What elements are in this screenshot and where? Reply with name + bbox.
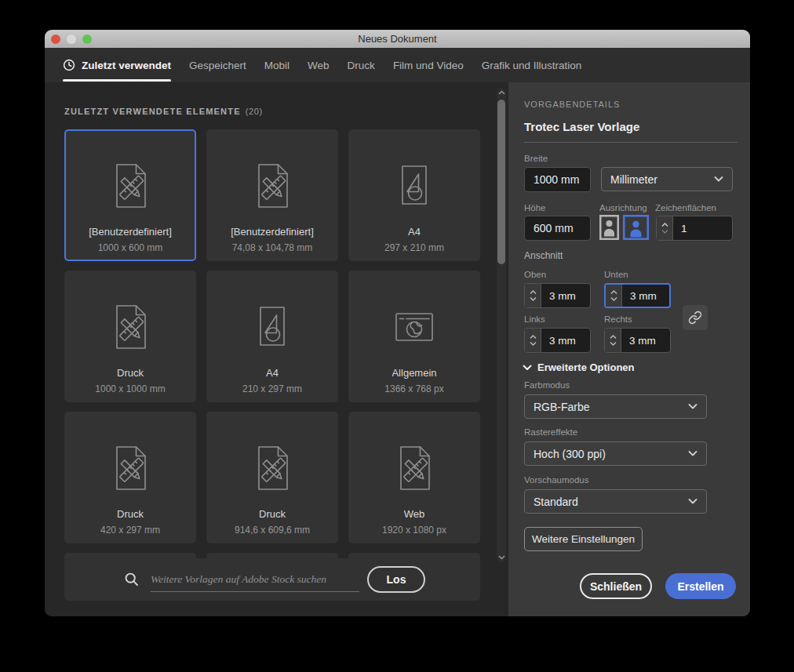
template-card[interactable]: A4 210 x 297 mm (206, 271, 338, 402)
template-card[interactable]: [Benutzerdefiniert] 74,08 x 104,78 mm (206, 129, 338, 261)
artboards-stepper: 1 (656, 216, 733, 241)
close-button[interactable]: Schließen (580, 573, 652, 599)
template-name: Web (404, 508, 425, 520)
template-card[interactable]: Allgemein 1366 x 768 px (348, 271, 480, 402)
tab-label: Web (308, 60, 330, 71)
template-card[interactable]: Druck 420 x 297 mm (64, 412, 196, 543)
template-dimensions: 1000 x 600 mm (98, 242, 163, 253)
scrollbar-thumb[interactable] (497, 100, 505, 264)
chevron-down-icon (688, 451, 697, 456)
bleed-top-stepper: 3 mm (524, 283, 591, 308)
raster-effects-label: Rastereffekte (524, 427, 577, 437)
artboards-stepper-arrows[interactable] (657, 216, 673, 240)
scroll-down-icon[interactable] (497, 555, 505, 560)
template-thumbnail-icon (244, 297, 300, 357)
artboards-label: Zeichenflächen (655, 203, 716, 212)
recent-items-pane: ZULETZT VERWENDETE ELEMENTE(20) (45, 82, 508, 616)
scroll-up-icon[interactable] (497, 90, 505, 95)
template-dimensions: 297 x 210 mm (384, 242, 444, 253)
more-settings-button[interactable]: Weitere Einstellungen (524, 527, 643, 551)
template-name: A4 (408, 226, 421, 238)
bleed-bottom-value[interactable]: 3 mm (622, 285, 669, 307)
advanced-options-toggle[interactable]: Erweiterte Optionen (523, 361, 635, 373)
preset-name-field[interactable]: Trotec Laser Vorlage (524, 120, 639, 133)
bleed-top-stepper-arrows[interactable] (525, 284, 541, 307)
new-document-dialog: Neues Dokument Zuletzt verwendet Gespeic… (45, 30, 750, 616)
vertical-scrollbar[interactable] (497, 88, 506, 562)
color-mode-dropdown[interactable]: RGB-Farbe (524, 394, 707, 419)
tab-label: Gespeichert (189, 60, 246, 71)
color-mode-label: Farbmodus (524, 380, 570, 390)
step-down-icon (610, 342, 617, 346)
tab-label: Zuletzt verwendet (82, 60, 171, 71)
orientation-landscape-icon[interactable] (623, 215, 649, 240)
bleed-bottom-stepper: 3 mm (604, 283, 671, 308)
template-thumbnail-icon (386, 438, 443, 498)
tab[interactable]: Grafik und Illustration (482, 48, 582, 82)
bleed-bottom-label: Unten (604, 270, 628, 279)
orientation-label: Ausrichtung (599, 203, 647, 212)
template-thumbnail-icon (102, 438, 158, 498)
template-dimensions: 210 x 297 mm (242, 383, 302, 394)
preset-details-heading: VORGABENDETAILS (524, 100, 620, 109)
template-name: Druck (259, 508, 286, 520)
bleed-right-value[interactable]: 3 mm (621, 329, 670, 352)
zoom-window-button[interactable] (82, 35, 92, 44)
template-card[interactable]: Druck 914,6 x 609,6 mm (206, 412, 338, 543)
template-name: Druck (117, 508, 144, 520)
tab[interactable]: Zuletzt verwendet (63, 48, 171, 82)
template-card[interactable]: [Benutzerdefiniert] 1000 x 600 mm (64, 129, 196, 261)
template-dimensions: 914,6 x 609,6 mm (235, 525, 310, 536)
step-up-icon (610, 335, 617, 339)
unit-value: Millimeter (610, 173, 657, 186)
create-button[interactable]: Erstellen (665, 573, 736, 599)
adobe-stock-search-bar: Los (64, 558, 480, 601)
minimize-window-button[interactable] (67, 35, 76, 44)
clock-icon (63, 59, 75, 71)
unit-dropdown[interactable]: Millimeter (601, 167, 733, 191)
preset-details-pane: VORGABENDETAILS Trotec Laser Vorlage Bre… (508, 82, 750, 616)
template-thumbnail-icon (102, 156, 158, 216)
preview-mode-dropdown[interactable]: Standard (524, 489, 707, 514)
template-grid: [Benutzerdefiniert] 1000 x 600 mm (64, 129, 480, 543)
bleed-right-stepper-arrows[interactable] (605, 329, 621, 352)
bleed-bottom-stepper-arrows[interactable] (606, 285, 622, 307)
tab-bar: Zuletzt verwendet Gespeichert Mobil Web … (45, 48, 750, 82)
tab[interactable]: Mobil (264, 48, 290, 82)
template-thumbnail-icon (244, 438, 300, 498)
stock-search-input[interactable] (151, 567, 359, 592)
template-card[interactable]: A4 297 x 210 mm (348, 129, 480, 261)
bleed-top-label: Oben (524, 270, 546, 279)
template-dimensions: 1366 x 768 px (384, 383, 443, 394)
template-card[interactable]: Web 1920 x 1080 px (348, 412, 480, 543)
divider (524, 142, 738, 143)
artboards-value[interactable]: 1 (673, 216, 732, 240)
template-thumbnail-icon (102, 297, 158, 357)
template-name: [Benutzerdefiniert] (231, 226, 314, 238)
tab[interactable]: Druck (348, 48, 375, 82)
bleed-left-stepper-arrows[interactable] (525, 329, 541, 352)
width-input[interactable] (524, 167, 591, 192)
close-window-button[interactable] (51, 35, 60, 44)
tab[interactable]: Gespeichert (189, 48, 246, 82)
orientation-portrait-icon[interactable] (599, 215, 619, 240)
bleed-left-stepper: 3 mm (524, 328, 591, 353)
height-input[interactable] (524, 216, 591, 241)
height-label: Höhe (524, 203, 546, 212)
tab[interactable]: Film und Video (393, 48, 464, 82)
chevron-down-icon (688, 404, 697, 409)
recent-items-count: (20) (246, 107, 263, 116)
bleed-top-value[interactable]: 3 mm (541, 284, 590, 307)
template-thumbnail-icon (386, 156, 443, 216)
raster-effects-dropdown[interactable]: Hoch (300 ppi) (524, 441, 707, 466)
dialog-content: ZULETZT VERWENDETE ELEMENTE(20) (45, 82, 750, 616)
step-down-icon (661, 230, 668, 234)
tab-label: Film und Video (393, 60, 464, 71)
bleed-link-button[interactable] (683, 305, 708, 330)
chevron-down-icon (523, 365, 532, 371)
template-thumbnail-icon (244, 156, 300, 216)
template-card[interactable]: Druck 1000 x 1000 mm (64, 271, 196, 402)
tab[interactable]: Web (308, 48, 330, 82)
stock-search-go-button[interactable]: Los (367, 566, 425, 593)
bleed-left-value[interactable]: 3 mm (541, 329, 590, 352)
